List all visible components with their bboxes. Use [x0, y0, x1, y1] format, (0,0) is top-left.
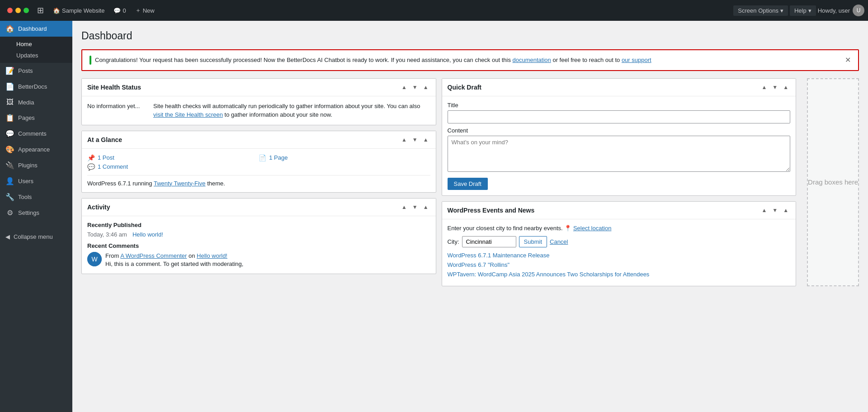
at-a-glance-up[interactable]: ▲ [400, 136, 409, 144]
news-link-1[interactable]: WordPress 6.7 "Rollins" [448, 261, 510, 268]
dashboard-icon: 🏠 [5, 24, 14, 33]
sidebar-item-betterdocs[interactable]: 📄 BetterDocs [0, 79, 72, 95]
pages-icon: 📋 [5, 114, 14, 122]
glance-comment-item: 💬 1 Comment [87, 163, 259, 170]
save-draft-button[interactable]: Save Draft [448, 178, 488, 190]
top-bar-left: ⊞ 🏠 Sample Website 💬 0 ＋ New [33, 0, 733, 21]
glance-footer: WordPress 6.7.1 running Twenty Twenty-Fi… [87, 175, 430, 187]
site-health-collapse-down[interactable]: ▼ [410, 83, 420, 91]
activity-close[interactable]: ▲ [421, 203, 430, 211]
traffic-light-yellow[interactable] [15, 8, 21, 13]
comment-post-link[interactable]: Hello world! [197, 252, 227, 259]
sidebar-item-home[interactable]: Home [0, 38, 72, 50]
theme-link[interactable]: Twenty Twenty-Five [154, 180, 206, 187]
at-a-glance-down[interactable]: ▼ [410, 136, 420, 144]
commenter-link[interactable]: A WordPress Commenter [120, 252, 187, 259]
sidebar-item-pages[interactable]: 📋 Pages [0, 110, 72, 126]
activity-title: Activity [87, 204, 110, 211]
comment-count-link[interactable]: 1 Comment [98, 163, 128, 170]
sidebar-betterdocs-label: BetterDocs [18, 83, 47, 90]
site-health-title: Site Health Status [87, 84, 141, 91]
traffic-light-red[interactable] [7, 8, 13, 13]
help-button[interactable]: Help ▾ [790, 5, 816, 16]
media-icon: 🖼 [5, 98, 14, 106]
news-item-1: WordPress 6.7 "Rollins" [448, 261, 791, 268]
widget-col-middle: Quick Draft ▲ ▼ ▲ Title Content Save Dra… [442, 78, 797, 286]
site-health-link[interactable]: visit the Site Health screen [153, 111, 223, 118]
notification-doc-link[interactable]: documentation [513, 57, 551, 63]
avatar[interactable]: U [853, 5, 864, 16]
comment-text: From A WordPress Commenter on Hello worl… [105, 252, 243, 268]
sidebar-tools-label: Tools [18, 194, 32, 200]
site-health-close[interactable]: ▲ [421, 83, 430, 91]
activity-header: Activity ▲ ▼ ▲ [82, 199, 436, 216]
sidebar-plugins-label: Plugins [18, 162, 38, 169]
help-label: Help [794, 7, 807, 14]
page-count-link[interactable]: 1 Page [269, 154, 288, 161]
site-health-content: No information yet... Site health checks… [87, 102, 430, 119]
title-input[interactable] [448, 110, 791, 123]
traffic-light-green[interactable] [24, 8, 29, 13]
wp-logo-icon: ⊞ [37, 5, 44, 15]
notification-support-link[interactable]: our support [622, 57, 651, 63]
pub-link[interactable]: Hello world! [132, 231, 163, 238]
events-location: City: Submit Cancel [448, 236, 791, 247]
sidebar-item-tools[interactable]: 🔧 Tools [0, 189, 72, 205]
top-bar-right: Screen Options ▾ Help ▾ Howdy, user U [733, 5, 864, 16]
sidebar-item-updates[interactable]: Updates [0, 50, 72, 61]
site-health-collapse-up[interactable]: ▲ [400, 83, 409, 91]
sidebar-appearance-label: Appearance [18, 146, 50, 153]
at-a-glance-close[interactable]: ▲ [421, 136, 430, 144]
comments-button[interactable]: 💬 0 [109, 0, 130, 21]
news-link-2[interactable]: WPTavern: WordCamp Asia 2025 Announces T… [448, 271, 650, 278]
collapse-menu-button[interactable]: ◀ Collapse menu [0, 230, 72, 244]
sidebar-item-comments[interactable]: 💬 Comments [0, 126, 72, 142]
sidebar-item-dashboard[interactable]: 🏠 Dashboard [0, 21, 72, 37]
activity-widget: Activity ▲ ▼ ▲ Recently Published Today,… [81, 198, 436, 274]
wp-events-controls: ▲ ▼ ▲ [760, 206, 790, 214]
wp-events-up[interactable]: ▲ [760, 206, 769, 214]
wp-logo-button[interactable]: ⊞ [33, 0, 48, 21]
select-location-link[interactable]: Select location [573, 225, 612, 232]
commenter-avatar: W [87, 252, 102, 266]
activity-controls: ▲ ▼ ▲ [400, 203, 430, 211]
at-a-glance-header: At a Glance ▲ ▼ ▲ [82, 131, 436, 149]
activity-up[interactable]: ▲ [400, 203, 409, 211]
drag-zone: Drag boxes here [807, 78, 859, 286]
page-title: Dashboard [81, 30, 859, 42]
sidebar-item-posts[interactable]: 📝 Posts [0, 63, 72, 79]
wp-events-widget: WordPress Events and News ▲ ▼ ▲ Enter yo… [442, 201, 797, 286]
recent-comments-title: Recent Comments [87, 242, 430, 249]
site-name-button[interactable]: 🏠 Sample Website [48, 0, 109, 21]
news-link-0[interactable]: WordPress 6.7.1 Maintenance Release [448, 252, 550, 259]
comment-icon: 💬 [113, 7, 121, 14]
comments-sidebar-icon: 💬 [5, 129, 14, 138]
at-a-glance-body: 📌 1 Post 📄 1 Page 💬 1 Comment [82, 149, 436, 192]
sidebar-item-plugins[interactable]: 🔌 Plugins [0, 157, 72, 173]
comments-count: 0 [123, 7, 126, 14]
quick-draft-down[interactable]: ▼ [770, 83, 779, 91]
new-button[interactable]: ＋ New [131, 0, 159, 21]
sidebar-item-users[interactable]: 👤 Users [0, 173, 72, 189]
title-label: Title [448, 102, 791, 109]
site-health-description: Site health checks will automatically ru… [153, 102, 430, 119]
wp-events-close[interactable]: ▲ [781, 206, 790, 214]
submit-button[interactable]: Submit [519, 236, 547, 247]
site-health-widget: Site Health Status ▲ ▼ ▲ No information … [81, 78, 436, 125]
city-input[interactable] [462, 236, 516, 247]
content-textarea[interactable] [448, 136, 791, 172]
sidebar-item-appearance[interactable]: 🎨 Appearance [0, 142, 72, 157]
wp-events-down[interactable]: ▼ [770, 206, 779, 214]
sidebar-item-media[interactable]: 🖼 Media [0, 95, 72, 110]
post-count-link[interactable]: 1 Post [98, 154, 114, 161]
notification-close-button[interactable]: ✕ [845, 56, 851, 64]
activity-down[interactable]: ▼ [410, 203, 420, 211]
sidebar-item-settings[interactable]: ⚙ Settings [0, 205, 72, 221]
plus-icon: ＋ [135, 6, 141, 14]
appearance-icon: 🎨 [5, 145, 14, 154]
notification-text: Congratulations! Your request has been s… [95, 56, 838, 65]
screen-options-button[interactable]: Screen Options ▾ [733, 5, 788, 16]
quick-draft-up[interactable]: ▲ [760, 83, 769, 91]
quick-draft-close[interactable]: ▲ [781, 83, 790, 91]
cancel-link[interactable]: Cancel [550, 238, 568, 245]
